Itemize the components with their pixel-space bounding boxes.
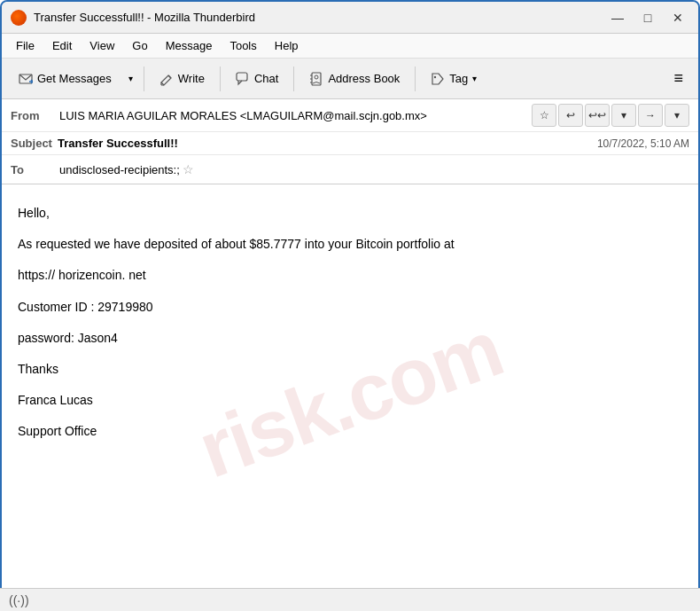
- body-line2: As requested we have deposited of about …: [18, 233, 682, 255]
- toolbar-separator-2: [220, 67, 221, 91]
- title-bar: Transfer Successfull!! - Mozilla Thunder…: [2, 2, 698, 34]
- menu-file[interactable]: File: [9, 37, 42, 54]
- write-icon: [159, 72, 174, 86]
- to-label: To: [11, 163, 59, 176]
- status-bar: ((·)): [0, 588, 700, 611]
- close-button[interactable]: ✕: [666, 9, 689, 27]
- star-button[interactable]: ☆: [532, 104, 556, 127]
- body-line8: Support Office: [18, 420, 682, 443]
- forward-button[interactable]: →: [638, 104, 663, 127]
- svg-line-2: [168, 75, 171, 78]
- to-star-icon[interactable]: ☆: [183, 162, 194, 176]
- body-line4: Customer ID : 29719980: [18, 296, 682, 318]
- address-book-button[interactable]: Address Book: [299, 64, 409, 94]
- body-line3: https:// horizencoin. net: [18, 264, 682, 286]
- toolbar-separator-1: [144, 67, 144, 91]
- body-line5: password: Jason4: [18, 327, 682, 349]
- window-controls: — □ ✕: [606, 9, 689, 27]
- from-value: LUIS MARIA AGUILAR MORALES <LMAGUILARM@m…: [59, 109, 532, 122]
- minimize-button[interactable]: —: [606, 9, 629, 27]
- maximize-button[interactable]: □: [636, 9, 659, 27]
- reply-button[interactable]: ↩: [558, 104, 583, 127]
- expand-button[interactable]: ▾: [611, 104, 636, 127]
- toolbar-separator-3: [293, 67, 294, 91]
- header-actions: ☆ ↩ ↩↩ ▾ → ▾: [532, 104, 689, 127]
- body-line7: Franca Lucas: [18, 389, 682, 411]
- menu-bar: File Edit View Go Message Tools Help: [2, 34, 698, 59]
- menu-edit[interactable]: Edit: [45, 37, 79, 54]
- menu-message[interactable]: Message: [159, 37, 220, 54]
- subject-value: Transfer Successfull!!: [58, 137, 178, 150]
- body-line1: Hello,: [18, 202, 682, 224]
- thunderbird-icon: [11, 10, 27, 26]
- get-messages-button[interactable]: Get Messages: [9, 64, 121, 94]
- title-bar-left: Transfer Successfull!! - Mozilla Thunder…: [11, 10, 255, 26]
- from-label: From: [11, 109, 59, 122]
- subject-label: Subject: [11, 137, 52, 150]
- tag-dropdown-arrow: ▾: [472, 74, 477, 83]
- get-messages-icon: [19, 72, 33, 86]
- menu-tools[interactable]: Tools: [222, 37, 263, 54]
- svg-point-7: [315, 75, 318, 79]
- address-book-icon: [309, 72, 323, 86]
- chat-button[interactable]: Chat: [226, 64, 288, 94]
- get-messages-dropdown[interactable]: ▾: [123, 64, 138, 94]
- svg-point-11: [434, 75, 436, 77]
- to-value: undisclosed-recipients:; ☆: [59, 162, 689, 176]
- status-icon: ((·)): [9, 593, 29, 607]
- chat-icon: [236, 72, 250, 86]
- email-header: From LUIS MARIA AGUILAR MORALES <LMAGUIL…: [2, 99, 698, 184]
- toolbar: Get Messages ▾ Write Chat Address Book: [2, 59, 698, 99]
- window-title: Transfer Successfull!! - Mozilla Thunder…: [34, 11, 255, 24]
- body-line6: Thanks: [18, 358, 682, 380]
- reply-all-button[interactable]: ↩↩: [585, 104, 610, 127]
- email-date: 10/7/2022, 5:10 AM: [597, 137, 689, 150]
- email-body: risk.com Hello, As requested we have dep…: [2, 184, 698, 611]
- toolbar-separator-4: [415, 67, 416, 91]
- menu-go[interactable]: Go: [125, 37, 154, 54]
- tag-icon: [431, 72, 445, 86]
- subject-left: Subject Transfer Successfull!!: [11, 137, 178, 150]
- menu-help[interactable]: Help: [268, 37, 306, 54]
- subject-row: Subject Transfer Successfull!! 10/7/2022…: [2, 132, 698, 155]
- to-row: To undisclosed-recipients:; ☆: [2, 155, 698, 184]
- menu-view[interactable]: View: [82, 37, 121, 54]
- from-row: From LUIS MARIA AGUILAR MORALES <LMAGUIL…: [2, 99, 698, 132]
- main-content: From LUIS MARIA AGUILAR MORALES <LMAGUIL…: [2, 99, 698, 611]
- more-button[interactable]: ▾: [665, 104, 689, 127]
- hamburger-menu-button[interactable]: ≡: [665, 64, 691, 94]
- svg-rect-5: [237, 73, 247, 81]
- write-button[interactable]: Write: [150, 64, 214, 94]
- tag-button[interactable]: Tag ▾: [421, 64, 486, 94]
